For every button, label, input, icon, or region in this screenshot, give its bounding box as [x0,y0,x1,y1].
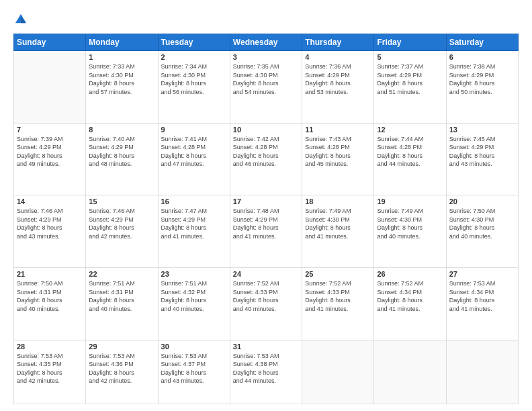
calendar-cell [446,340,518,404]
day-info: Sunrise: 7:51 AMSunset: 4:32 PMDaylight:… [161,279,227,313]
day-number: 30 [161,342,227,351]
calendar-cell: 29Sunrise: 7:53 AMSunset: 4:36 PMDayligh… [86,340,158,404]
day-number: 17 [233,197,299,205]
page: SundayMondayTuesdayWednesdayThursdayFrid… [0,0,532,411]
calendar-cell: 11Sunrise: 7:43 AMSunset: 4:28 PMDayligh… [302,123,374,195]
calendar-cell: 27Sunrise: 7:53 AMSunset: 4:34 PMDayligh… [446,267,518,340]
calendar-cell: 19Sunrise: 7:49 AMSunset: 4:30 PMDayligh… [374,195,446,268]
day-number: 21 [17,270,83,278]
logo-icon [13,12,28,27]
day-number: 10 [233,126,299,134]
calendar-cell: 30Sunrise: 7:53 AMSunset: 4:37 PMDayligh… [158,340,230,404]
calendar-cell: 28Sunrise: 7:53 AMSunset: 4:35 PMDayligh… [14,340,86,404]
calendar-cell: 6Sunrise: 7:38 AMSunset: 4:29 PMDaylight… [446,51,518,124]
calendar-cell: 26Sunrise: 7:52 AMSunset: 4:34 PMDayligh… [374,267,446,340]
week-row-1: 1Sunrise: 7:33 AMSunset: 4:30 PMDaylight… [14,51,519,124]
calendar-cell [374,340,446,404]
day-number: 7 [17,126,83,134]
calendar-cell: 20Sunrise: 7:50 AMSunset: 4:30 PMDayligh… [446,195,518,268]
calendar-cell: 21Sunrise: 7:50 AMSunset: 4:31 PMDayligh… [14,267,86,340]
day-number: 2 [161,53,227,61]
logo [13,12,31,27]
day-number: 11 [305,126,371,134]
day-info: Sunrise: 7:37 AMSunset: 4:29 PMDaylight:… [377,62,443,96]
header [13,12,519,27]
day-info: Sunrise: 7:46 AMSunset: 4:29 PMDaylight:… [17,207,83,240]
day-info: Sunrise: 7:44 AMSunset: 4:28 PMDaylight:… [377,135,443,169]
day-info: Sunrise: 7:45 AMSunset: 4:29 PMDaylight:… [449,135,515,169]
calendar-cell: 3Sunrise: 7:35 AMSunset: 4:30 PMDaylight… [230,51,302,124]
day-info: Sunrise: 7:35 AMSunset: 4:30 PMDaylight:… [233,62,299,96]
weekday-wednesday: Wednesday [230,34,302,51]
day-info: Sunrise: 7:48 AMSunset: 4:29 PMDaylight:… [233,207,299,240]
day-number: 28 [17,342,83,351]
week-row-3: 14Sunrise: 7:46 AMSunset: 4:29 PMDayligh… [14,195,519,268]
day-info: Sunrise: 7:53 AMSunset: 4:37 PMDaylight:… [161,352,227,385]
day-info: Sunrise: 7:46 AMSunset: 4:29 PMDaylight:… [89,207,154,240]
day-info: Sunrise: 7:50 AMSunset: 4:31 PMDaylight:… [17,279,83,313]
calendar-cell: 10Sunrise: 7:42 AMSunset: 4:28 PMDayligh… [230,123,302,195]
calendar-cell: 12Sunrise: 7:44 AMSunset: 4:28 PMDayligh… [374,123,446,195]
week-row-2: 7Sunrise: 7:39 AMSunset: 4:29 PMDaylight… [14,123,519,195]
day-number: 5 [377,53,443,61]
calendar-cell: 22Sunrise: 7:51 AMSunset: 4:31 PMDayligh… [86,267,158,340]
day-number: 24 [233,270,299,278]
calendar-cell: 16Sunrise: 7:47 AMSunset: 4:29 PMDayligh… [158,195,230,268]
day-number: 31 [233,342,299,351]
day-number: 3 [233,53,299,61]
day-info: Sunrise: 7:49 AMSunset: 4:30 PMDaylight:… [377,207,443,240]
day-number: 1 [89,53,154,61]
day-number: 15 [89,197,154,205]
day-number: 6 [449,53,515,61]
day-info: Sunrise: 7:42 AMSunset: 4:28 PMDaylight:… [233,135,299,169]
day-info: Sunrise: 7:34 AMSunset: 4:30 PMDaylight:… [161,62,227,96]
day-info: Sunrise: 7:36 AMSunset: 4:29 PMDaylight:… [305,62,371,96]
day-info: Sunrise: 7:33 AMSunset: 4:30 PMDaylight:… [89,62,154,96]
weekday-saturday: Saturday [446,34,518,51]
calendar-cell: 7Sunrise: 7:39 AMSunset: 4:29 PMDaylight… [14,123,86,195]
day-info: Sunrise: 7:50 AMSunset: 4:30 PMDaylight:… [449,207,515,240]
calendar-cell: 31Sunrise: 7:53 AMSunset: 4:38 PMDayligh… [230,340,302,404]
calendar-cell [14,51,86,124]
calendar-cell [302,340,374,404]
week-row-4: 21Sunrise: 7:50 AMSunset: 4:31 PMDayligh… [14,267,519,340]
day-number: 29 [89,342,154,351]
day-info: Sunrise: 7:52 AMSunset: 4:33 PMDaylight:… [233,279,299,313]
calendar-cell: 8Sunrise: 7:40 AMSunset: 4:29 PMDaylight… [86,123,158,195]
day-number: 18 [305,197,371,205]
day-info: Sunrise: 7:53 AMSunset: 4:38 PMDaylight:… [233,352,299,385]
week-row-5: 28Sunrise: 7:53 AMSunset: 4:35 PMDayligh… [14,340,519,404]
day-number: 16 [161,197,227,205]
day-number: 14 [17,197,83,205]
day-info: Sunrise: 7:53 AMSunset: 4:34 PMDaylight:… [449,279,515,313]
weekday-header-row: SundayMondayTuesdayWednesdayThursdayFrid… [14,34,519,51]
day-info: Sunrise: 7:41 AMSunset: 4:28 PMDaylight:… [161,135,227,169]
calendar-cell: 5Sunrise: 7:37 AMSunset: 4:29 PMDaylight… [374,51,446,124]
weekday-sunday: Sunday [14,34,86,51]
day-info: Sunrise: 7:49 AMSunset: 4:30 PMDaylight:… [305,207,371,240]
calendar-cell: 25Sunrise: 7:52 AMSunset: 4:33 PMDayligh… [302,267,374,340]
day-number: 4 [305,53,371,61]
day-info: Sunrise: 7:51 AMSunset: 4:31 PMDaylight:… [89,279,154,313]
day-info: Sunrise: 7:53 AMSunset: 4:35 PMDaylight:… [17,352,83,385]
calendar-cell: 15Sunrise: 7:46 AMSunset: 4:29 PMDayligh… [86,195,158,268]
calendar-table: SundayMondayTuesdayWednesdayThursdayFrid… [13,34,519,404]
day-number: 23 [161,270,227,278]
day-info: Sunrise: 7:38 AMSunset: 4:29 PMDaylight:… [449,62,515,96]
day-number: 8 [89,126,154,134]
calendar-cell: 13Sunrise: 7:45 AMSunset: 4:29 PMDayligh… [446,123,518,195]
calendar-cell: 9Sunrise: 7:41 AMSunset: 4:28 PMDaylight… [158,123,230,195]
weekday-tuesday: Tuesday [158,34,230,51]
calendar-cell: 4Sunrise: 7:36 AMSunset: 4:29 PMDaylight… [302,51,374,124]
calendar-cell: 2Sunrise: 7:34 AMSunset: 4:30 PMDaylight… [158,51,230,124]
calendar-cell: 18Sunrise: 7:49 AMSunset: 4:30 PMDayligh… [302,195,374,268]
day-number: 22 [89,270,154,278]
day-number: 25 [305,270,371,278]
weekday-friday: Friday [374,34,446,51]
weekday-monday: Monday [86,34,158,51]
day-info: Sunrise: 7:40 AMSunset: 4:29 PMDaylight:… [89,135,154,169]
weekday-thursday: Thursday [302,34,374,51]
day-info: Sunrise: 7:39 AMSunset: 4:29 PMDaylight:… [17,135,83,169]
day-number: 9 [161,126,227,134]
calendar-cell: 14Sunrise: 7:46 AMSunset: 4:29 PMDayligh… [14,195,86,268]
